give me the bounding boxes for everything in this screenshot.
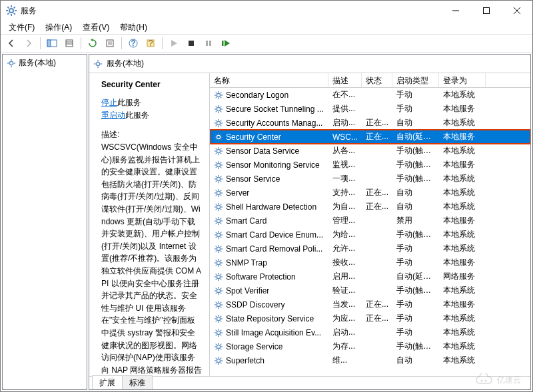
service-row[interactable]: Sensor Monitoring Service监视...手动(触发...本地…	[210, 158, 530, 172]
svg-line-8	[14, 7, 15, 8]
svg-line-55	[221, 110, 222, 112]
svg-line-183	[221, 301, 222, 303]
svg-line-48	[221, 92, 222, 93]
svg-line-6	[14, 13, 15, 15]
svg-line-63	[216, 120, 217, 121]
service-row[interactable]: Superfetch维...自动本地系统	[210, 353, 530, 367]
nav-forward-button[interactable]	[21, 36, 37, 51]
service-start: 手动(触发...	[392, 341, 439, 352]
service-row[interactable]: Security Accounts Manag...启动...正在...自动本地…	[210, 116, 530, 130]
tree-node-services-local[interactable]: 服务(本地)	[3, 55, 87, 71]
service-start: 手动	[392, 327, 439, 338]
service-row[interactable]: Spot Verifier验证...手动(触发...本地系统	[210, 284, 530, 297]
menu-action[interactable]: 操作(A)	[40, 21, 77, 35]
menu-help[interactable]: 帮助(H)	[115, 21, 153, 35]
service-row[interactable]: Smart Card Removal Poli...允许...手动本地系统	[210, 242, 530, 256]
svg-line-163	[221, 278, 222, 280]
service-row[interactable]: SNMP Trap接收...手动本地服务	[210, 256, 530, 270]
tree-pane[interactable]: 服务(本地)	[2, 54, 87, 390]
refresh-button[interactable]	[85, 36, 101, 51]
separator	[162, 37, 163, 49]
svg-line-154	[221, 264, 222, 266]
service-logon: 本地系统	[439, 285, 486, 296]
service-start: 手动(触发...	[392, 173, 439, 184]
start-service-button[interactable]	[166, 36, 182, 51]
restart-service-button[interactable]	[218, 36, 234, 51]
service-logon: 本地服务	[439, 215, 486, 226]
service-row[interactable]: Server支持...正在...自动本地系统	[210, 186, 530, 200]
service-desc: 维...	[328, 355, 362, 366]
svg-line-82	[221, 152, 222, 154]
svg-line-155	[216, 264, 217, 266]
menu-view[interactable]: 查看(V)	[77, 21, 115, 35]
close-button[interactable]	[502, 1, 532, 21]
service-desc: 为应...	[328, 313, 362, 324]
stop-service-link[interactable]: 停止	[101, 98, 117, 107]
gear-icon	[214, 258, 223, 268]
svg-line-73	[221, 138, 222, 140]
list-rows[interactable]: Secondary Logon在不...手动本地系统Secure Socket …	[210, 88, 530, 376]
app-gear-icon	[6, 5, 17, 16]
svg-point-94	[217, 177, 220, 180]
service-row[interactable]: Still Image Acquisition Ev...启动...手动本地系统	[210, 325, 530, 339]
service-row[interactable]: Smart Card Device Enum...为给...手动(触发...本地…	[210, 228, 530, 242]
menu-file[interactable]: 文件(F)	[3, 21, 40, 35]
svg-line-153	[216, 260, 217, 261]
service-row[interactable]: Software Protection启用...自动(延迟...网络服务	[210, 270, 530, 284]
service-status: 正在...	[362, 201, 392, 212]
svg-line-66	[221, 120, 222, 121]
service-row[interactable]: SSDP Discovery当发...正在...手动本地服务	[210, 297, 530, 311]
service-row[interactable]: Secondary Logon在不...手动本地系统	[210, 88, 530, 102]
svg-line-111	[221, 190, 222, 191]
help-button-2[interactable]: ?	[143, 36, 159, 51]
svg-line-201	[221, 329, 222, 331]
gear-icon	[214, 160, 223, 170]
service-desc: 为自...	[328, 201, 362, 212]
svg-line-5	[7, 7, 9, 8]
service-row[interactable]: Shell Hardware Detection为自...正在...自动本地系统	[210, 200, 530, 214]
service-status: 正在...	[362, 131, 392, 142]
service-name: Smart Card Removal Poli...	[226, 244, 322, 254]
svg-line-65	[216, 124, 217, 126]
col-start[interactable]: 启动类型	[392, 73, 439, 87]
pause-service-button[interactable]	[201, 36, 217, 51]
restart-service-link[interactable]: 重启动	[101, 110, 125, 120]
svg-line-209	[216, 348, 217, 349]
service-row[interactable]: Storage Service为存...手动(触发...本地系统	[210, 339, 530, 353]
minimize-button[interactable]	[440, 1, 471, 21]
service-row[interactable]: Sensor Data Service从各...手动(触发...本地系统	[210, 144, 530, 158]
svg-line-171	[216, 288, 217, 289]
nav-back-button[interactable]	[3, 36, 19, 51]
stop-service-button[interactable]	[183, 36, 199, 51]
gear-icon	[214, 146, 223, 156]
svg-line-92	[216, 166, 217, 168]
svg-line-136	[221, 236, 222, 238]
svg-point-166	[217, 289, 220, 292]
maximize-button[interactable]	[471, 1, 502, 21]
col-status[interactable]: 状态	[362, 73, 392, 87]
export-list-button[interactable]	[61, 36, 77, 51]
service-start: 自动	[392, 201, 439, 212]
service-row[interactable]: Smart Card管理...禁用本地服务	[210, 214, 530, 228]
show-hide-tree-button[interactable]	[44, 36, 60, 51]
svg-line-165	[221, 274, 222, 275]
service-start: 自动(延迟...	[392, 131, 439, 142]
tab-standard[interactable]: 标准	[122, 375, 153, 389]
col-logon[interactable]: 登录为	[439, 73, 486, 87]
svg-line-147	[221, 246, 222, 247]
tab-extended[interactable]: 扩展	[92, 375, 123, 389]
service-row[interactable]: Security CenterWSC...正在...自动(延迟...本地服务	[210, 130, 530, 144]
service-row[interactable]: Sensor Service一项...手动(触发...本地系统	[210, 172, 530, 186]
svg-line-219	[221, 357, 222, 359]
service-desc: 启动...	[328, 117, 362, 128]
service-row[interactable]: State Repository Service为应...正在...手动本地系统	[210, 311, 530, 325]
col-desc[interactable]: 描述	[328, 73, 362, 87]
col-name[interactable]: 名称	[210, 73, 328, 87]
toolbar: ? ?	[1, 34, 532, 53]
properties-button[interactable]	[102, 36, 118, 51]
svg-rect-26	[189, 41, 194, 46]
svg-point-0	[9, 9, 13, 13]
service-row[interactable]: Secure Socket Tunneling ...提供...手动本地服务	[210, 102, 530, 116]
help-button[interactable]: ?	[125, 36, 141, 51]
svg-line-119	[216, 208, 217, 210]
